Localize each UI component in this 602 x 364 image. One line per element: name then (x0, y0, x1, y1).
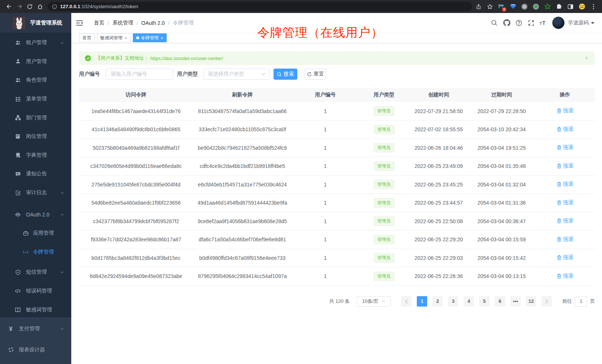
reload-icon[interactable] (24, 1, 35, 12)
page-button[interactable]: 12 (526, 296, 536, 307)
sidebar-item-role[interactable]: 角色管理 (0, 71, 71, 90)
extensions-puzzle-icon[interactable] (556, 3, 562, 10)
force-logout-button[interactable]: 强退 (557, 107, 573, 114)
page-size-select[interactable]: 10条/页 (357, 296, 391, 307)
token-signal-icon: a (23, 249, 29, 255)
fullscreen-icon[interactable] (527, 19, 535, 27)
force-logout-button[interactable]: 强退 (557, 254, 573, 261)
cell-created: 2022-06-25 23:44:57 (409, 194, 468, 212)
page-button[interactable]: 5 (479, 296, 490, 307)
sidebar-item-post[interactable]: 岗位管理 (0, 127, 71, 146)
extension-badge: 9 (502, 7, 506, 11)
sidebar-menu: 租户管理 用户管理 角色管理 菜单管理 部门管理 岗位管理 (0, 33, 71, 319)
back-icon[interactable] (4, 1, 14, 12)
cell-access-token: 6d842e2924594de9a09e45e087323abe (79, 267, 193, 286)
recorder-extension-icon[interactable] (533, 3, 539, 10)
sidebar-item-oauth-token[interactable]: a 令牌管理 (0, 243, 71, 262)
page-button[interactable]: ••• (510, 296, 521, 307)
browser-menu-icon[interactable] (590, 3, 597, 10)
cell-access-token: 275e5de9151045fe87cbdc395e004f4d (79, 175, 193, 194)
help-icon[interactable] (515, 19, 523, 27)
close-icon[interactable]: × (124, 36, 127, 40)
force-logout-button[interactable]: 强退 (557, 236, 573, 243)
cell-refresh-token: e6cfd40eb1f54571a31e775e039c4624 (193, 175, 292, 194)
tab-split-icon[interactable] (567, 3, 574, 10)
col-user-id: 用户编号 (292, 88, 359, 102)
user-type-badge: 管理员 (374, 253, 395, 262)
breadcrumb-oauth[interactable]: OAuth 2.0 (141, 20, 165, 26)
sidebar-item-errcode[interactable]: 错误码管理 (0, 282, 71, 301)
cell-refresh-token: 49d1aa46d1454fbd87591444423be9fa (193, 194, 292, 212)
font-size-icon[interactable]: TT (540, 19, 547, 27)
cell-expires: 2054-03-04 01:31:36 (468, 194, 535, 212)
bookmark-star-icon[interactable] (487, 3, 493, 10)
username[interactable]: 芋道源码 (568, 20, 589, 26)
search-icon[interactable] (491, 19, 498, 27)
tab-token[interactable]: 令牌管理× (133, 33, 167, 42)
search-button[interactable]: 搜索 (274, 69, 297, 80)
profile-avatar-emoji[interactable] (579, 3, 585, 10)
cell-access-token: 54d6be82ee5a460a9aedc1f9bf223656 (79, 194, 193, 212)
next-page-button[interactable] (542, 296, 552, 307)
sidebar-item-menu[interactable]: 菜单管理 (0, 90, 71, 109)
svg-text:a: a (25, 251, 27, 254)
force-logout-button[interactable]: 强退 (557, 199, 573, 206)
sidebar-item-tenant[interactable]: 租户管理 (0, 33, 71, 52)
sidebar-item-dict[interactable]: 字典管理 (0, 146, 71, 165)
home-icon[interactable] (35, 1, 45, 12)
page-buttons: 123456•••12 (414, 296, 539, 307)
sidebar-item-dept[interactable]: 部门管理 (0, 108, 71, 127)
sidebar-item-user[interactable]: 用户管理 (0, 52, 71, 71)
star-extension-icon[interactable] (544, 3, 551, 10)
user-caret-icon[interactable] (591, 21, 595, 24)
tab-home[interactable]: 首页 (79, 33, 95, 42)
cell-user-id: 1 (292, 102, 359, 120)
sidebar-item-notice[interactable]: 通知公告 (0, 165, 71, 183)
sidebar-item-pay[interactable]: ¥ 支付管理 (0, 320, 71, 338)
github-icon[interactable] (503, 19, 510, 27)
force-logout-button[interactable]: 强退 (557, 126, 573, 133)
share-icon[interactable] (475, 3, 482, 10)
reset-button[interactable]: 重置 (305, 69, 326, 80)
forward-icon[interactable] (14, 1, 24, 12)
app-logo-row[interactable]: 芋道管理系统 (0, 13, 71, 33)
force-logout-button[interactable]: 强退 (557, 163, 573, 169)
sidebar-item-sensitive[interactable]: 敏感词管理 (0, 300, 71, 319)
col-refresh-token: 刷新令牌 (193, 88, 292, 102)
sidebar-item-oauth-app[interactable]: 应用管理 (0, 224, 71, 243)
yen-icon: ¥ (8, 326, 14, 332)
cell-user-id: 1 (292, 212, 359, 231)
sidebar-item-sms[interactable]: 短信管理 (0, 263, 71, 282)
force-logout-button[interactable]: 强退 (557, 181, 573, 188)
avatar[interactable] (552, 17, 565, 29)
page-button[interactable]: 1 (417, 296, 427, 307)
sidebar-collapse-icon[interactable] (76, 20, 83, 26)
sidebar-item-audit[interactable]: 审计日志 (0, 183, 71, 202)
address-bar[interactable]: 127.0.0.1:1024/system/oauth2/token (48, 2, 472, 11)
pagination-total: 共 120 条 (329, 298, 350, 305)
force-logout-button[interactable]: 强退 (557, 144, 573, 151)
sidebar-item-oauth[interactable]: OAuth 2.0 (0, 205, 71, 224)
user-type-badge: 管理员 (374, 216, 395, 226)
gem-extension-icon[interactable] (510, 3, 516, 10)
close-icon[interactable]: × (161, 36, 164, 40)
devtools-extension-icon[interactable]: 9 (498, 3, 505, 10)
goto-page-input[interactable]: 1 (575, 296, 587, 307)
user-id-input[interactable]: 请输入用户编号 (106, 69, 173, 80)
page-button[interactable]: 2 (432, 296, 443, 307)
command-extension-icon[interactable]: ⌘ (521, 3, 528, 10)
user-type-select[interactable]: 请选择用户类型 (203, 69, 270, 80)
page-button[interactable]: 3 (448, 296, 458, 307)
tab-sensitive-words[interactable]: 敏感词管理× (97, 33, 131, 42)
breadcrumb-home[interactable]: 首页 (94, 20, 104, 26)
pagination: 共 120 条 10条/页 123456•••12 前往 1 页 (79, 296, 595, 307)
sidebar-item-report[interactable]: 报表设计器 (0, 341, 71, 360)
force-logout-button[interactable]: 强退 (557, 218, 573, 224)
alert-close-icon[interactable]: × (585, 55, 588, 61)
page-button[interactable]: 4 (464, 296, 474, 307)
alert-doc-link[interactable]: https://doc.iocoder.cn/user-center/ (150, 56, 223, 61)
force-logout-button[interactable]: 强退 (557, 273, 573, 279)
prev-page-button[interactable] (401, 296, 412, 307)
breadcrumb-system[interactable]: 系统管理 (112, 20, 133, 26)
page-button[interactable]: 6 (495, 296, 505, 307)
